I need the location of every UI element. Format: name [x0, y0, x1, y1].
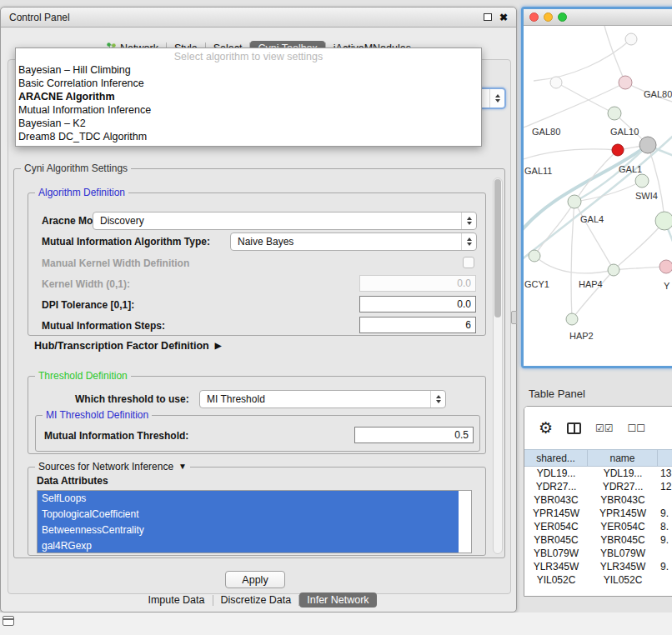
columns-icon[interactable]	[567, 422, 581, 434]
node-label: HAP4	[579, 279, 603, 289]
network-graph: GAL80GAL80GAL10GAL11GAL1SWI4GAL4GCY1HAP4…	[524, 26, 672, 366]
algorithm-option[interactable]: Bayesian – Hill Climbing	[16, 63, 481, 77]
algorithm-option[interactable]: ARACNE Algorithm	[16, 90, 481, 103]
dpi-tolerance-field[interactable]	[359, 296, 476, 312]
data-attributes-label: Data Attributes	[37, 475, 108, 487]
tab-infer-network[interactable]: Infer Network	[299, 592, 376, 608]
table-row[interactable]: YLR345WYLR345W9.	[524, 560, 672, 573]
network-node[interactable]	[625, 33, 637, 45]
table-cell: YBL079W	[588, 547, 658, 560]
node-label: GAL80	[532, 127, 560, 137]
table-cell: YBR043C	[524, 493, 588, 507]
manual-kernel-width-checkbox[interactable]	[463, 257, 474, 268]
network-node[interactable]	[550, 77, 562, 88]
combo-stepper-icon	[430, 391, 445, 408]
network-node[interactable]	[529, 250, 540, 262]
table-row[interactable]: YDR27...YDR27...12	[524, 480, 672, 493]
network-node[interactable]	[635, 174, 649, 188]
table-row[interactable]: YBR043CYBR043C	[524, 493, 672, 507]
tab-discretize-data[interactable]: Discretize Data	[213, 592, 299, 608]
mi-algorithm-type-value: Naive Bayes	[238, 236, 476, 248]
data-attributes-list[interactable]: SelfLoopsTopologicalCoefficientBetweenne…	[37, 490, 472, 553]
network-node[interactable]	[639, 137, 656, 153]
settings-scrollbar[interactable]	[493, 178, 503, 554]
algorithm-definition-group: Algorithm Definition Aracne Mode: Discov…	[28, 192, 486, 336]
network-node-labels: GAL80GAL80GAL10GAL11GAL1SWI4GAL4GCY1HAP4…	[524, 89, 672, 341]
node-label: Y	[664, 281, 670, 291]
control-panel-titlebar[interactable]: Control Panel ✖	[1, 8, 516, 28]
table-cell: YBL079W	[524, 547, 588, 560]
table-row[interactable]: YDL19...YDL19...13	[524, 467, 672, 480]
sources-group: Sources for Network Inference ▼ Data Att…	[28, 467, 486, 556]
close-traffic-light-icon[interactable]	[529, 12, 539, 22]
column-header[interactable]: shared...	[524, 450, 588, 466]
table-cell: YIL052C	[588, 573, 658, 587]
table-cell: YDL19...	[588, 467, 658, 480]
hub-section-toggle[interactable]: Hub/Transcription Factor Definition ▶	[34, 340, 221, 352]
close-icon[interactable]: ✖	[499, 12, 508, 22]
algorithm-option[interactable]: Basic Correlation Inference	[16, 77, 481, 90]
bottom-strip	[0, 612, 672, 635]
table-row[interactable]: YBR045CYBR045C9.	[524, 533, 672, 547]
gear-icon[interactable]: ⚙	[539, 420, 553, 436]
network-node[interactable]	[568, 195, 581, 208]
panel-dock-icon[interactable]	[3, 616, 14, 626]
cyni-algorithm-settings-group: Cyni Algorithm Settings Algorithm Defini…	[13, 168, 505, 558]
table-row[interactable]: YIL052CYIL052C	[524, 573, 672, 587]
algorithm-popup-placeholder: Select algorithm to view settings	[16, 50, 481, 63]
which-threshold-select[interactable]: MI Threshold	[199, 390, 446, 408]
network-node[interactable]	[619, 76, 632, 89]
table-cell: 9.	[658, 533, 672, 547]
table-cell: 9.	[658, 560, 672, 573]
network-canvas[interactable]: GAL80GAL80GAL10GAL11GAL1SWI4GAL4GCY1HAP4…	[524, 26, 672, 366]
panel-resize-grip[interactable]	[511, 311, 517, 324]
unchecked-boxes-icon[interactable]: ☐☐	[628, 422, 646, 434]
minimize-traffic-light-icon[interactable]	[544, 12, 553, 22]
mi-algorithm-type-select[interactable]: Naive Bayes	[230, 232, 477, 251]
mi-threshold-field[interactable]	[354, 427, 474, 443]
mi-threshold-definition-title: MI Threshold Definition	[43, 409, 152, 421]
mi-threshold-label: Mutual Information Threshold:	[44, 430, 188, 442]
mi-steps-field[interactable]	[359, 317, 476, 333]
apply-button[interactable]: Apply	[225, 571, 285, 588]
table-body: YDL19...YDL19...13YDR27...YDR27...12YBR0…	[524, 467, 672, 587]
aracne-mode-select[interactable]: Discovery	[93, 212, 477, 230]
mi-algorithm-type-label: Mutual Information Algorithm Type:	[42, 236, 210, 248]
table-cell: YPR145W	[524, 507, 588, 520]
attribute-item[interactable]: gal4RGexp	[38, 538, 459, 553]
table-cell	[658, 493, 672, 507]
attribute-item[interactable]: BetweennessCentrality	[38, 522, 459, 538]
network-node[interactable]	[612, 144, 624, 156]
scrollbar-thumb[interactable]	[494, 179, 501, 318]
table-cell: 13	[658, 467, 672, 480]
dpi-tolerance-label: DPI Tolerance [0,1]:	[42, 299, 134, 311]
table-cell: 9.	[658, 507, 672, 520]
network-node[interactable]	[566, 313, 578, 325]
algorithm-option[interactable]: Mutual Information Inference	[16, 103, 481, 117]
table-row[interactable]: YBL079WYBL079W	[524, 547, 672, 560]
attribute-item[interactable]: SelfLoops	[38, 491, 459, 507]
kernel-width-field[interactable]	[359, 275, 476, 292]
table-row[interactable]: YER054CYER054C8.	[524, 520, 672, 533]
zoom-traffic-light-icon[interactable]	[558, 12, 567, 22]
column-header[interactable]	[658, 450, 672, 466]
checked-boxes-icon[interactable]: ☑☑	[595, 422, 614, 434]
network-node[interactable]	[655, 212, 672, 230]
attribute-item[interactable]: TopologicalCoefficient	[38, 507, 459, 522]
network-node[interactable]	[608, 107, 621, 120]
aracne-mode-value: Discovery	[100, 215, 476, 227]
network-window-titlebar[interactable]	[524, 9, 672, 26]
column-header[interactable]: name	[588, 450, 658, 466]
tab-impute-data[interactable]: Impute Data	[140, 592, 212, 608]
algorithm-option[interactable]: Bayesian – K2	[16, 117, 481, 130]
threshold-definition-title: Threshold Definition	[35, 370, 131, 382]
table-header: shared...name	[524, 449, 672, 467]
float-window-icon[interactable]	[484, 13, 492, 21]
network-node[interactable]	[659, 260, 672, 273]
algorithm-option[interactable]: Dream8 DC_TDC Algorithm	[16, 130, 481, 143]
network-node[interactable]	[608, 264, 619, 276]
kernel-width-label: Kernel Width (0,1):	[42, 278, 130, 290]
sources-section-title[interactable]: Sources for Network Inference ▼	[35, 461, 190, 472]
table-row[interactable]: YPR145WYPR145W9.	[524, 507, 672, 520]
table-cell	[658, 573, 672, 587]
